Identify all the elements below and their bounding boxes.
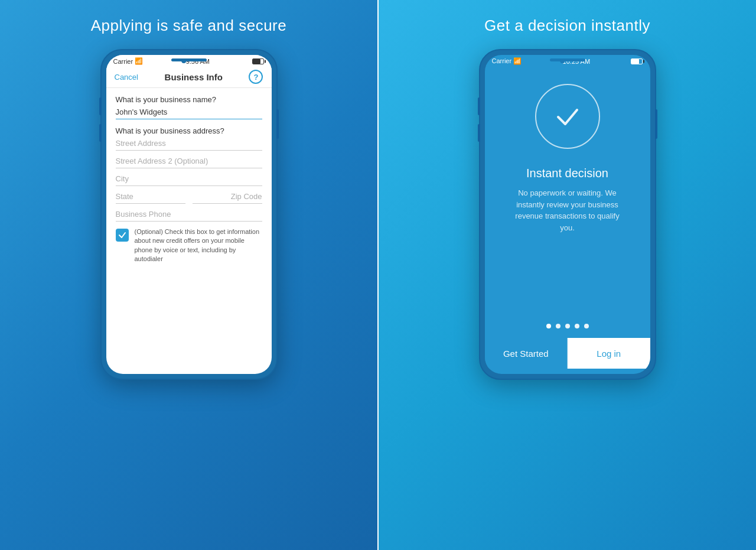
business-phone-input[interactable]: Business Phone	[116, 210, 262, 222]
right-wifi-icon: 📶	[513, 57, 522, 64]
right-battery-icon	[631, 58, 643, 64]
phone-vol-down	[99, 124, 102, 142]
right-phone: Carrier 📶 10:25 AM Instant decision No p…	[479, 49, 656, 380]
left-panel: Applying is safe and secure Carrier 📶 9:…	[0, 0, 377, 550]
right-phone-vol-up	[478, 97, 480, 115]
state-group: State	[116, 192, 185, 204]
business-name-value: John's Widgets	[116, 108, 262, 119]
decision-description: No paperwork or waiting. We instantly re…	[514, 187, 621, 233]
street-address2-input[interactable]: Street Address 2 (Optional)	[116, 157, 262, 168]
left-panel-title: Applying is safe and secure	[91, 17, 286, 35]
city-group: City	[116, 174, 262, 186]
wifi-icon: 📶	[135, 57, 143, 65]
checkmark-icon	[551, 100, 584, 133]
battery-icon	[252, 58, 264, 64]
checkbox-input[interactable]	[116, 229, 129, 242]
page-dots	[546, 324, 589, 328]
business-name-label: What is your business name?	[116, 95, 262, 104]
checkbox-label: (Optional) Check this box to get informa…	[135, 227, 262, 264]
state-zip-row: State Zip Code	[116, 192, 262, 204]
address-label: What is your business address?	[116, 126, 262, 135]
right-panel: Get a decision instantly Carrier 📶 10:25…	[379, 0, 756, 550]
zip-input[interactable]: Zip Code	[193, 192, 262, 204]
cancel-button[interactable]: Cancel	[115, 73, 138, 82]
help-button[interactable]: ?	[249, 70, 263, 84]
login-button[interactable]: Log in	[568, 338, 650, 369]
dot-1	[546, 324, 551, 328]
state-input[interactable]: State	[116, 192, 185, 204]
phone-vol-up	[99, 97, 102, 115]
city-input[interactable]: City	[116, 174, 262, 186]
phone-power	[276, 109, 279, 139]
battery-indicator	[252, 58, 264, 64]
right-phone-power	[655, 109, 657, 139]
phone-group: Business Phone	[116, 210, 262, 222]
right-content: Instant decision No paperwork or waiting…	[485, 66, 650, 338]
dot-2	[556, 324, 561, 328]
right-phone-vol-down	[478, 124, 480, 142]
nav-bar: Cancel Business Info ?	[106, 66, 272, 88]
dot-4	[575, 324, 579, 328]
right-status-carrier: Carrier 📶	[492, 57, 522, 65]
left-phone: Carrier 📶 9:56 AM Cancel Business Info ?…	[100, 49, 278, 380]
street-address2-group: Street Address 2 (Optional)	[116, 157, 262, 168]
bottom-buttons: Get Started Log in	[485, 338, 650, 369]
decision-title: Instant decision	[526, 167, 608, 180]
dot-5	[584, 324, 589, 328]
phone-speaker	[171, 58, 207, 61]
phone-camera	[181, 58, 186, 63]
get-started-button[interactable]: Get Started	[485, 338, 568, 369]
right-phone-camera	[560, 58, 565, 63]
check-circle-icon	[535, 84, 600, 149]
right-panel-title: Get a decision instantly	[484, 17, 650, 35]
checkbox-row: (Optional) Check this box to get informa…	[116, 227, 262, 264]
form-content: What is your business name? John's Widge…	[106, 88, 272, 366]
street-address-group: Street Address	[116, 139, 262, 151]
dot-3	[565, 324, 570, 328]
right-phone-speaker	[550, 58, 585, 61]
nav-title: Business Info	[165, 72, 223, 82]
zip-group: Zip Code	[193, 192, 262, 204]
status-carrier: Carrier 📶	[113, 57, 144, 65]
street-address-input[interactable]: Street Address	[116, 139, 262, 151]
